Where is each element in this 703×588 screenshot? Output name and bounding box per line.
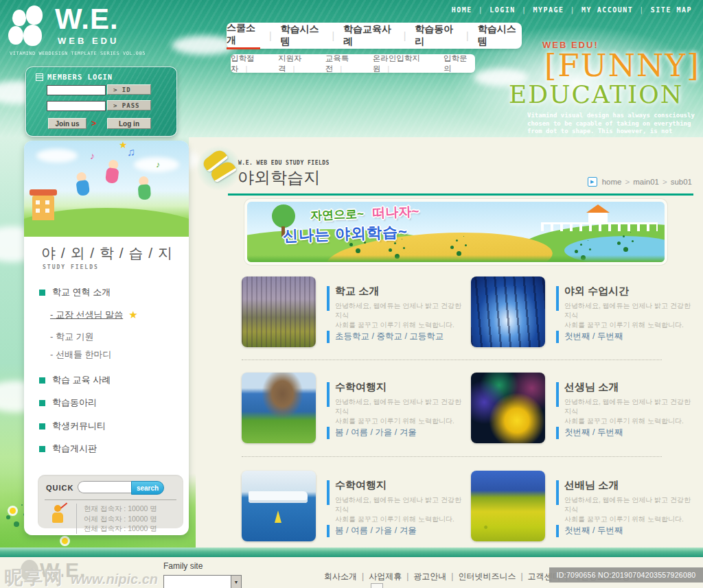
subnav-item-admission-process[interactable]: 입학절차: [231, 54, 278, 74]
logo-subtitle: WEB EDU: [58, 36, 119, 46]
star-icon: ★: [128, 309, 137, 321]
sidebar-panel: ♪ ♫ ♪ ★ 야 / 외 / 학 / 습 / 지 STUDY FIELDS 학…: [24, 141, 189, 535]
login-title-icon: [36, 73, 43, 81]
bullet-icon: [39, 423, 45, 430]
nav-item-education-cases[interactable]: 학습교육사례: [343, 23, 415, 49]
members-login-panel: MEMBERS LOGIN > ID > PASS Join us > Log …: [25, 67, 177, 137]
utility-link-login[interactable]: LOGIN: [489, 6, 533, 14]
breadcrumb-main01[interactable]: main01: [633, 178, 670, 186]
card-links[interactable]: 첫번째 / 두번째: [564, 331, 623, 342]
section-divider: [228, 193, 693, 196]
kid-illustration: [75, 172, 91, 196]
subnav-item-benefits[interactable]: 교육특전: [325, 54, 373, 74]
sidebar-item-principal-message[interactable]: - 교장 선생님 말씀 ★: [50, 309, 138, 321]
quick-search-button[interactable]: search: [131, 481, 164, 495]
card-thumbnail[interactable]: [471, 277, 545, 347]
logo-tagline: VITAMIND WEBDESIGN TEMPLATE SERIES VOL.0…: [10, 51, 180, 56]
bullet-icon: [39, 377, 45, 384]
log-in-button[interactable]: Log in: [107, 118, 151, 129]
card-description: 안녕하세요, 웹에듀는 언제나 밝고 건강한 지식사회를 꿈꾸고 이루기 위해 …: [335, 397, 463, 426]
quick-search-input[interactable]: [78, 481, 135, 493]
bullet-icon: [39, 400, 45, 406]
sidebar-item-study-board[interactable]: 학습게시판: [39, 443, 97, 455]
nav-item-school-intro[interactable]: 스쿨소개: [227, 22, 281, 49]
card-title-bar: [556, 480, 559, 505]
nav-item-learning-system[interactable]: 학습시스템: [281, 23, 343, 49]
stat-line: 어제 접속자 : 10000 명: [84, 514, 157, 524]
sidebar-subtitle: STUDY FIELDS: [43, 264, 99, 270]
card-title[interactable]: 학교 소개: [335, 285, 379, 298]
footer-link-partnership[interactable]: 사업제휴: [369, 571, 413, 583]
card-links[interactable]: 첫번째 / 두번째: [564, 427, 623, 438]
envelope-icon: [371, 583, 383, 588]
card-thumbnail[interactable]: [242, 277, 316, 347]
nipic-watermark: 昵享网www.nipic.cn: [4, 565, 158, 588]
card-links[interactable]: 초등학교 / 중학교 / 고등학교: [335, 331, 443, 342]
subnav-item-inquiry[interactable]: 입학문의: [443, 54, 475, 74]
footer-link-company[interactable]: 회사소개: [324, 571, 369, 583]
subnav-item-eligibility[interactable]: 지원자격: [278, 54, 325, 74]
hero-body-text: Vitamind visual design has always consci…: [527, 112, 699, 136]
card-title-bar: [327, 480, 330, 505]
card-title[interactable]: 수학여행지: [335, 479, 387, 492]
sidebar-item-school-origin[interactable]: - 학교 기원: [50, 331, 94, 343]
utility-nav: HOME LOGIN MYPAGE MY ACCOUNT SITE MAP: [452, 6, 692, 14]
family-site-select[interactable]: ▼: [163, 575, 242, 588]
sidebar-item-senior-words[interactable]: - 선배들 한마디: [50, 349, 112, 361]
breadcrumb-play-icon: ▶: [588, 177, 597, 187]
card-thumbnail[interactable]: [242, 373, 316, 443]
card-title[interactable]: 수학여행지: [335, 381, 387, 394]
content-card: 학교 소개 안녕하세요, 웹에듀는 언제나 밝고 건강한 지식사회를 꿈꾸고 이…: [242, 277, 463, 347]
card-links[interactable]: 봄 / 여름 / 가을 / 겨울: [335, 427, 417, 438]
card-thumbnail[interactable]: [242, 471, 316, 541]
card-thumbnail[interactable]: [471, 471, 545, 541]
promo-banner[interactable]: 자연으로~ 떠나자~ 신나는 야외학습~: [244, 199, 667, 265]
card-title[interactable]: 선배님 소개: [564, 479, 619, 492]
card-description: 안녕하세요, 웹에듀는 언제나 밝고 건강한 지식사회를 꿈꾸고 이루기 위해 …: [564, 301, 692, 330]
hero-banner: WEB EDU! [FUNNY] EDUCATION Vitamind visu…: [505, 38, 700, 137]
card-title-bar: [556, 382, 559, 407]
footer-link-internet-business[interactable]: 인터넷비즈니스: [458, 571, 527, 583]
sidebar-item-school-history[interactable]: 학교 연혁 소개: [39, 286, 111, 298]
password-input[interactable]: [47, 101, 106, 111]
site-logo[interactable]: W.E. WEB EDU VITAMIND WEBDESIGN TEMPLATE…: [8, 5, 180, 60]
utility-link-home[interactable]: HOME: [452, 6, 490, 14]
bottom-strip-decoration: [0, 548, 703, 557]
utility-link-site-map[interactable]: SITE MAP: [651, 6, 692, 14]
footer-link-ads[interactable]: 광고안내: [413, 571, 458, 583]
content-card: 야외 수업시간 안녕하세요, 웹에듀는 언제나 밝고 건강한 지식사회를 꿈꾸고…: [471, 277, 692, 347]
visitor-stats: 현재 접속자 : 10000 명 어제 접속자 : 10000 명 전체 접속자…: [76, 504, 157, 534]
card-links-bar: [556, 525, 559, 537]
breadcrumb-home[interactable]: home: [602, 178, 634, 186]
section-kicker: W.E. WEB EDU STUDY FIELDS: [238, 160, 330, 166]
card-links[interactable]: 봄 / 여름 / 가을 / 겨울: [335, 525, 417, 537]
join-us-button[interactable]: Join us: [48, 118, 87, 129]
pass-label-button[interactable]: > PASS: [107, 100, 151, 110]
utility-link-my-account[interactable]: MY ACCOUNT: [581, 6, 651, 14]
card-title[interactable]: 선생님 소개: [564, 381, 619, 394]
card-links-bar: [327, 525, 330, 537]
content-card: 선생님 소개 안녕하세요, 웹에듀는 언제나 밝고 건강한 지식사회를 꿈꾸고 …: [471, 373, 692, 443]
utility-link-mypage[interactable]: MYPAGE: [533, 6, 581, 14]
id-input[interactable]: [47, 85, 106, 95]
hero-title-bracket: [FUNNY]: [544, 47, 700, 84]
dotted-separator: [242, 456, 662, 457]
nav-item-study-club[interactable]: 학습동아리: [415, 23, 477, 49]
card-title[interactable]: 야외 수업시간: [564, 285, 629, 298]
id-label-button[interactable]: > ID: [107, 84, 151, 95]
card-links[interactable]: 첫번째 / 두번째: [564, 525, 623, 537]
plant-decoration: [14, 521, 19, 527]
tree-decoration: [272, 204, 295, 228]
sidebar-item-student-community[interactable]: 학생커뮤니티: [39, 420, 106, 432]
dropdown-arrow-icon: ▼: [231, 576, 241, 588]
banner-text-green: 자연으로~: [310, 207, 365, 222]
breadcrumb: ▶ home main01 sub01: [588, 177, 692, 187]
kid-illustration: [105, 159, 120, 184]
card-thumbnail[interactable]: [471, 373, 545, 443]
subnav-item-online-apply[interactable]: 온라인입학지원: [373, 54, 443, 74]
banner-text-blue: 신나는 야외학습~: [283, 222, 408, 246]
sidebar-item-education-cases[interactable]: 학습 교육 사례: [39, 374, 111, 386]
id-watermark-box: ID:7090656 NO:20190704203557926080: [549, 567, 703, 583]
sidebar-item-study-club[interactable]: 학습동아리: [39, 397, 97, 409]
plant-decoration: [623, 247, 628, 252]
